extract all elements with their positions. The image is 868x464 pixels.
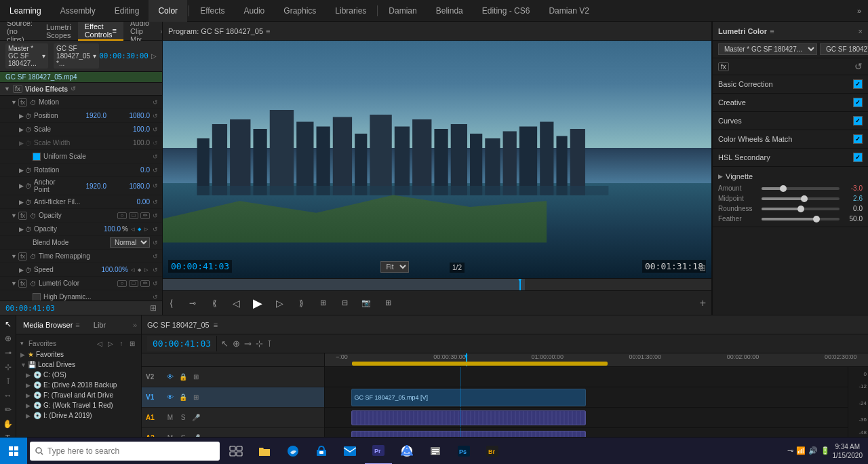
overwrite-button[interactable]: ⊟ [336,295,353,311]
lumetri-basic-correction[interactable]: Basic Correction [713,75,868,94]
opacity-val-expand[interactable]: ▶ [19,226,24,233]
vignette-midpoint-thumb[interactable] [801,195,808,202]
opacity-reset[interactable]: ↺ [153,212,158,219]
tool-select[interactable]: ↖ [2,318,14,330]
tray-wifi-icon[interactable]: 📶 [796,446,806,455]
time-remapping-header[interactable]: ▼ fx ⏱ Time Remapping ↺ [0,250,162,263]
anchor-reset[interactable]: ↺ [153,182,158,189]
position-expand[interactable]: ▶ [19,113,24,119]
nav-more-button[interactable]: » [850,7,868,15]
ec-clip-selector[interactable]: GC SF 180427_05 *... ▾ [54,43,99,69]
uniform-scale-checkbox[interactable] [33,153,41,161]
lumetri-pen-icon[interactable]: ✏ [140,280,150,287]
lumetri-basic-checkbox[interactable] [853,79,863,89]
drive-g[interactable]: ▶ 💿 G: (Work Travel 1 Red) [16,400,141,410]
v1-sync-icon[interactable]: ⊞ [191,392,201,403]
high-dynamic-checkbox[interactable] [33,293,41,301]
media-nav-up[interactable]: ↑ [117,339,126,348]
tab-audio-clip-mix[interactable]: Audio Clip Mix [123,22,156,41]
taskbar-chrome[interactable] [393,438,420,465]
vignette-amount-slider[interactable] [762,187,840,190]
blend-mode-reset[interactable]: ↺ [153,239,158,246]
high-dynamic-reset[interactable]: ↺ [153,294,158,301]
fullscreen-icon[interactable]: ⊞ [699,263,706,273]
speed-kf-diamond[interactable]: ◆ [138,267,143,273]
uniform-scale-reset[interactable]: ↺ [153,153,158,160]
lumetri-color-wheels-checkbox[interactable] [853,134,863,144]
rotation-expand[interactable]: ▶ [19,167,24,174]
tl-tool-snap[interactable]: ⊸ [244,339,252,349]
favorites-item[interactable]: ▶ ★ Favorites [16,349,141,360]
drive-i[interactable]: ▶ 💿 I: (Drive A 2019) [16,410,141,421]
position-x-value[interactable]: 1920.0 [66,112,106,119]
insert-button[interactable]: ⊞ [315,295,331,311]
opacity-stopwatch[interactable]: ⏱ [30,212,37,219]
lumetri-creative-checkbox[interactable] [853,98,863,107]
go-to-in-button[interactable]: ⟪ [206,295,222,311]
panel-tabs-more[interactable]: » [156,27,163,35]
speed-value[interactable]: 100.00% [87,266,128,273]
antiflicker-expand[interactable]: ▶ [19,199,24,206]
tool-hand[interactable]: ✋ [2,419,14,430]
scale-value[interactable]: 100.0 [109,125,150,133]
motion-header-row[interactable]: ▼ fx ⏱ Motion ↺ [0,96,162,109]
anchor-y-value[interactable]: 1080.0 [109,182,150,190]
vignette-midpoint-slider[interactable] [762,197,840,200]
opacity-kf-diamond[interactable]: ◆ [138,227,143,232]
media-browser-menu-icon[interactable]: ≡ [75,321,79,329]
vignette-roundness-thumb[interactable] [797,206,804,212]
nav-damian[interactable]: Damian [379,0,426,22]
opacity-val-reset[interactable]: ↺ [153,226,158,233]
lumetri-creative[interactable]: Creative [713,94,868,112]
tab-libr[interactable]: Libr [87,315,113,334]
program-timebar[interactable] [163,278,711,290]
taskbar-bridge[interactable]: Br [479,438,506,465]
track-a1-clip[interactable] [351,410,587,425]
vignette-amount-thumb[interactable] [780,185,787,192]
motion-reset[interactable]: ↺ [153,99,158,106]
time-remap-reset[interactable]: ↺ [153,253,158,260]
scale-stopwatch[interactable]: ⏱ [25,126,32,133]
tl-tool-linked[interactable]: ⊹ [256,339,263,349]
speed-stopwatch[interactable]: ⏱ [25,267,32,273]
time-remap-expand[interactable]: ▼ [11,253,17,260]
nav-graphics[interactable]: Graphics [274,0,326,22]
media-tabs-more[interactable]: » [129,321,141,329]
drive-f[interactable]: ▶ 💿 F: (Travel and Art Drive [16,390,141,400]
a1-mic-icon[interactable]: 🎤 [191,412,201,423]
ruler-content[interactable]: −:00 00:00:30:00 01:00:00:00 00:01:30:00… [325,353,868,366]
nav-effects[interactable]: Effects [191,0,234,22]
nav-editing-cs6[interactable]: Editing - CS6 [473,0,540,22]
nav-color[interactable]: Color [149,0,187,22]
opacity-kf-next[interactable]: ▷ [144,227,150,232]
scale-expand[interactable]: ▶ [19,126,24,133]
rotation-stopwatch[interactable]: ⏱ [25,167,32,174]
tab-lumetri-scopes[interactable]: Lumetri Scopes [39,22,78,41]
antiflicker-stopwatch[interactable]: ⏱ [25,199,32,206]
media-nav-back[interactable]: ◁ [95,339,104,348]
go-to-out-button[interactable]: ⟫ [293,295,309,311]
scale-width-expand[interactable]: ▶ [19,140,24,147]
scale-reset[interactable]: ↺ [153,126,158,133]
opacity-kf-prev[interactable]: ◁ [131,227,136,232]
tool-razor[interactable]: ⊕ [2,332,14,344]
antiflicker-value[interactable]: 0.00 [109,198,150,206]
ec-bottom-icon[interactable]: ⊞ [150,303,157,313]
local-drives-item[interactable]: ▼ 💾 Local Drives [16,360,141,370]
lumetri-color-wheels[interactable]: Color Wheels & Match [713,130,868,149]
anchor-expand[interactable]: ▶ [19,182,24,189]
tool-ripple[interactable]: ⊸ [2,347,14,358]
lumetri-color-stopwatch[interactable]: ⏱ [30,280,37,287]
tool-pen[interactable]: ✏ [2,404,14,416]
tool-slide[interactable]: ↔ [2,389,14,401]
speed-expand[interactable]: ▶ [19,267,24,273]
nav-damian-v2[interactable]: Damian V2 [539,0,598,22]
play-back-button[interactable]: ◁ [228,295,244,311]
anchor-stopwatch[interactable]: ⏱ [25,182,32,189]
timeline-menu-icon[interactable]: ≡ [214,321,218,329]
time-remap-stopwatch[interactable]: ⏱ [30,253,37,260]
lumetri-hsl-checkbox[interactable] [853,153,863,162]
vignette-amount-value[interactable]: -3.0 [842,185,863,192]
drive-e[interactable]: ▶ 💿 E: (Drive A 2018 Backup [16,380,141,390]
anchor-x-value[interactable]: 1920.0 [66,182,106,190]
